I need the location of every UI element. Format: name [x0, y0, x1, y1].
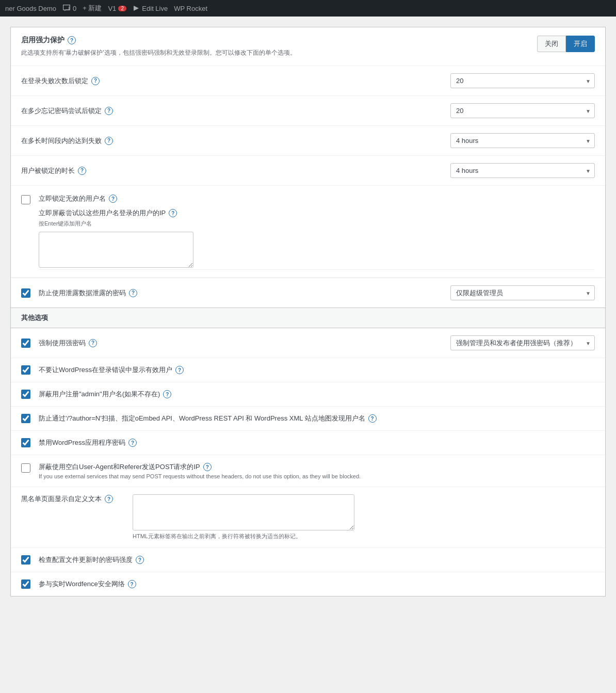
forgot-lockout-label: 在多少忘记密码尝试后锁定 ?: [21, 106, 442, 116]
forgot-lockout-help[interactable]: ?: [105, 107, 113, 115]
forgot-lockout-select-wrapper: 5 10 15 20 25 30 ▼: [450, 103, 595, 118]
force-strong-password-checkbox[interactable]: [21, 339, 30, 348]
check-config-row: 检查配置文件更新时的密码强度 ?: [11, 548, 605, 572]
check-config-checkbox-wrapper: [21, 555, 30, 565]
forgot-lockout-control: 5 10 15 20 25 30 ▼: [450, 103, 595, 118]
hide-valid-users-checkbox[interactable]: [21, 365, 30, 375]
hide-valid-users-help[interactable]: ?: [175, 366, 184, 374]
block-empty-useragent-checkbox-wrapper: [21, 463, 30, 473]
invalid-username-checkbox[interactable]: [21, 195, 30, 204]
blacklist-hint: HTML元素标签将在输出之前剥离，换行符将被转换为适当的标记。: [133, 533, 595, 540]
mask-admin-help[interactable]: ?: [163, 390, 171, 398]
invalid-username-content: 立即锁定无效的用户名 ? 立即屏蔽尝试以这些用户名登录的用户的IP ? 按Ent…: [39, 194, 595, 270]
check-config-label: 检查配置文件更新时的密码强度 ?: [39, 555, 595, 565]
count-period-help[interactable]: ?: [105, 137, 113, 145]
check-config-checkbox[interactable]: [21, 555, 30, 565]
toggle-off-button[interactable]: 关闭: [537, 36, 566, 52]
section-description: 此选项支持所有'暴力破解保护'选项，包括强密码强制和无效登录限制。您可以修改下面…: [21, 48, 296, 57]
blacklist-help[interactable]: ?: [105, 495, 113, 503]
breached-password-row: 防止使用泄露数据泄露的密码 ? 仅限超级管理员 所有用户 ▼: [11, 278, 605, 308]
block-empty-useragent-checkbox[interactable]: [21, 463, 30, 473]
edit-live-button[interactable]: Edit Live: [133, 5, 168, 12]
block-empty-useragent-help[interactable]: ?: [203, 463, 212, 471]
hide-valid-users-label: 不要让WordPress在登录错误中显示有效用户 ?: [39, 365, 595, 375]
disable-app-passwords-row: 禁用WordPress应用程序密码 ?: [11, 431, 605, 455]
lockout-duration-select[interactable]: 30 minutes 1 hour 2 hours 4 hours 8 hour…: [450, 163, 595, 178]
lockout-duration-label: 用户被锁定的时长 ?: [21, 166, 442, 175]
hide-valid-users-checkbox-wrapper: [21, 365, 30, 375]
force-strong-password-label: 强制使用强密码 ?: [39, 339, 442, 348]
blacklist-label: 黑名单页面显示自定义文本 ?: [21, 494, 124, 504]
login-lockout-help[interactable]: ?: [91, 77, 100, 85]
force-strong-password-select-wrapper: 强制管理员和发布者使用强密码（推荐） 强制所有用户使用强密码 ▼: [450, 335, 595, 350]
prevent-user-enum-row: 防止通过'/?author=N'扫描、指定oEmbed API、WordPres…: [11, 407, 605, 431]
login-lockout-select[interactable]: 5 10 15 20 25 30: [450, 73, 595, 88]
breached-password-checkbox-wrapper: [21, 288, 30, 298]
realtime-waf-help[interactable]: ?: [128, 580, 136, 588]
realtime-waf-row: 参与实时Wordfence安全网络 ?: [11, 572, 605, 596]
disable-app-passwords-help[interactable]: ?: [128, 439, 137, 447]
section-title: 启用强力保护 ?: [21, 36, 296, 45]
prevent-user-enum-checkbox[interactable]: [21, 414, 30, 423]
other-options-header: 其他选项: [11, 308, 605, 328]
force-strong-password-row: 强制使用强密码 ? 强制管理员和发布者使用强密码（推荐） 强制所有用户使用强密码…: [11, 328, 605, 358]
invalid-username-sub-label: 立即屏蔽尝试以这些用户名登录的用户的IP ?: [39, 208, 595, 218]
svg-marker-0: [134, 6, 139, 11]
v1-badge-item[interactable]: V1 2: [108, 5, 126, 12]
login-lockout-label: 在登录失败次数后锁定 ?: [21, 76, 442, 86]
count-period-select[interactable]: 1 hour 2 hours 4 hours 8 hours 24 hours: [450, 133, 595, 148]
toggle-on-button[interactable]: 开启: [566, 36, 595, 52]
invalid-username-checkbox-wrapper: [21, 195, 30, 204]
breached-password-help[interactable]: ?: [129, 289, 137, 297]
top-bar: ner Goods Demo 0 + 新建 V1 2 Edit Live WP …: [0, 0, 616, 17]
check-config-help[interactable]: ?: [136, 556, 144, 564]
comment-icon[interactable]: 0: [62, 4, 76, 12]
disable-app-passwords-label: 禁用WordPress应用程序密码 ?: [39, 438, 595, 447]
mask-admin-checkbox[interactable]: [21, 390, 30, 399]
count-period-select-wrapper: 1 hour 2 hours 4 hours 8 hours 24 hours …: [450, 133, 595, 148]
invalid-username-sub-help[interactable]: ?: [169, 209, 177, 217]
invalid-username-sub: 立即屏蔽尝试以这些用户名登录的用户的IP ? 按Enter键添加用户名: [39, 203, 595, 270]
realtime-waf-checkbox[interactable]: [21, 579, 30, 589]
blacklist-textarea[interactable]: [133, 494, 354, 530]
prevent-user-enum-checkbox-wrapper: [21, 414, 30, 423]
main-content: 启用强力保护 ? 此选项支持所有'暴力破解保护'选项，包括强密码强制和无效登录限…: [0, 17, 616, 607]
wp-rocket-button[interactable]: WP Rocket: [174, 5, 207, 12]
lockout-duration-help[interactable]: ?: [78, 167, 86, 175]
lockout-duration-row: 用户被锁定的时长 ? 30 minutes 1 hour 2 hours 4 h…: [11, 156, 605, 186]
breached-password-checkbox[interactable]: [21, 288, 30, 298]
lockout-duration-select-wrapper: 30 minutes 1 hour 2 hours 4 hours 8 hour…: [450, 163, 595, 178]
section-header: 启用强力保护 ? 此选项支持所有'暴力破解保护'选项，包括强密码强制和无效登录限…: [11, 27, 605, 66]
hide-valid-users-row: 不要让WordPress在登录错误中显示有效用户 ?: [11, 358, 605, 382]
breached-password-select[interactable]: 仅限超级管理员 所有用户: [450, 285, 595, 300]
invalid-username-help[interactable]: ?: [109, 195, 117, 203]
force-strong-password-control: 强制管理员和发布者使用强密码（推荐） 强制所有用户使用强密码 ▼: [450, 335, 595, 350]
invalid-username-textarea[interactable]: [39, 232, 193, 268]
forgot-lockout-select[interactable]: 5 10 15 20 25 30: [450, 103, 595, 118]
mask-admin-label: 屏蔽用户注册"admin"用户名(如果不存在) ?: [39, 390, 595, 399]
breached-password-label: 防止使用泄露数据泄露的密码 ?: [39, 288, 442, 298]
section-help-icon[interactable]: ?: [68, 36, 76, 44]
invalid-username-row: 立即锁定无效的用户名 ? 立即屏蔽尝试以这些用户名登录的用户的IP ? 按Ent…: [11, 186, 605, 278]
login-lockout-control: 5 10 15 20 25 30 ▼: [450, 73, 595, 88]
block-empty-useragent-label: 屏蔽使用空白User-Agent和Referer发送POST请求的IP ? If…: [39, 462, 595, 479]
prevent-user-enum-help[interactable]: ?: [368, 414, 377, 423]
invalid-username-label-row: 立即锁定无效的用户名 ?: [39, 194, 595, 203]
blacklist-label-area: 黑名单页面显示自定义文本 ?: [21, 494, 124, 508]
mask-admin-row: 屏蔽用户注册"admin"用户名(如果不存在) ?: [11, 382, 605, 407]
toggle-button-group: 关闭 开启: [537, 36, 595, 52]
force-strong-password-help[interactable]: ?: [89, 339, 97, 347]
breached-password-control: 仅限超级管理员 所有用户 ▼: [450, 285, 595, 300]
new-button[interactable]: + 新建: [83, 4, 102, 13]
login-lockout-row: 在登录失败次数后锁定 ? 5 10 15 20 25 30 ▼: [11, 66, 605, 96]
forgot-lockout-row: 在多少忘记密码尝试后锁定 ? 5 10 15 20 25 30 ▼: [11, 96, 605, 126]
count-period-control: 1 hour 2 hours 4 hours 8 hours 24 hours …: [450, 133, 595, 148]
force-strong-password-select[interactable]: 强制管理员和发布者使用强密码（推荐） 强制所有用户使用强密码: [450, 335, 595, 350]
disable-app-passwords-checkbox-wrapper: [21, 438, 30, 447]
disable-app-passwords-checkbox[interactable]: [21, 438, 30, 447]
count-period-label: 在多长时间段内的达到失败 ?: [21, 136, 442, 146]
lockout-duration-control: 30 minutes 1 hour 2 hours 4 hours 8 hour…: [450, 163, 595, 178]
block-empty-useragent-row: 屏蔽使用空白User-Agent和Referer发送POST请求的IP ? If…: [11, 455, 605, 487]
brute-force-section: 启用强力保护 ? 此选项支持所有'暴力破解保护'选项，包括强密码强制和无效登录限…: [10, 27, 606, 597]
realtime-waf-label: 参与实时Wordfence安全网络 ?: [39, 579, 595, 589]
